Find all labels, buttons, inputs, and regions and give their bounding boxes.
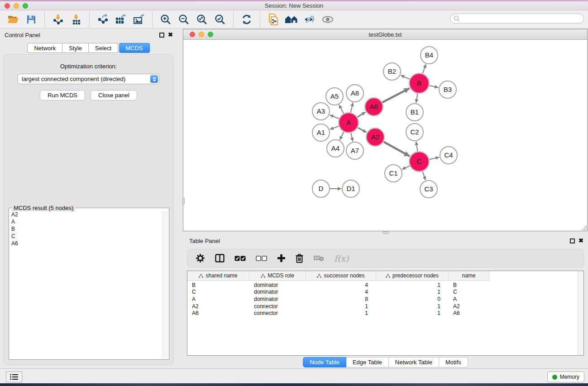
mcds-scrollbar[interactable] — [163, 211, 168, 359]
hide-selected-button[interactable] — [301, 12, 319, 27]
table-cell: C — [187, 289, 249, 295]
node-B4[interactable]: B4 — [421, 47, 438, 64]
zoom-out-button[interactable] — [175, 12, 193, 27]
delete-columns-button[interactable] — [296, 254, 303, 263]
search-input[interactable] — [460, 14, 583, 23]
export-network-button[interactable] — [94, 12, 112, 27]
zoom-in-button[interactable] — [157, 12, 175, 27]
column-header-label: name — [462, 272, 475, 279]
main-titlebar: Session: New Session — [0, 1, 588, 10]
table-row[interactable]: A2connector11A2 — [187, 303, 577, 310]
float-table-panel-icon[interactable] — [570, 238, 575, 243]
import-table-button[interactable] — [67, 12, 85, 27]
table-row[interactable]: A6connector11A6 — [187, 310, 577, 317]
node-A6[interactable]: A6 — [365, 98, 383, 116]
main-toolbar — [0, 10, 588, 29]
mcds-result-list[interactable]: A2ABCA6 — [10, 211, 163, 359]
delete-table-button[interactable] — [313, 255, 324, 262]
node-C3[interactable]: C3 — [420, 181, 437, 198]
import-network-button[interactable] — [49, 12, 67, 27]
mcds-result-item[interactable]: A2 — [11, 211, 163, 218]
criterion-select[interactable]: largest connected component (directed) — [18, 74, 159, 84]
task-history-button[interactable] — [6, 372, 22, 382]
function-builder-button[interactable]: f(x) — [334, 253, 349, 263]
node-B1[interactable]: B1 — [406, 104, 423, 121]
export-table-button[interactable] — [112, 12, 130, 27]
export-image-button[interactable] — [130, 12, 148, 27]
tab-motifs[interactable]: Motifs — [439, 357, 468, 367]
column-header-predecessor-nodes[interactable]: predecessor nodes — [376, 271, 449, 281]
zoom-selected-button[interactable] — [211, 12, 229, 27]
float-panel-icon[interactable] — [159, 33, 164, 38]
run-mcds-button[interactable]: Run MCDS — [40, 90, 85, 100]
import-table-icon — [71, 14, 81, 25]
deselect-all-columns-button[interactable] — [256, 256, 267, 261]
node-C4[interactable]: C4 — [440, 147, 457, 164]
show-all-button[interactable] — [319, 12, 337, 27]
node-label: B3 — [444, 86, 452, 93]
panel-divider-handle[interactable] — [182, 198, 185, 205]
tab-network-table[interactable]: Network Table — [389, 357, 439, 367]
table-row[interactable]: Adominator80A — [187, 295, 577, 303]
node-B2[interactable]: B2 — [383, 63, 401, 80]
open-session-button[interactable] — [4, 12, 22, 27]
zoom-fit-button[interactable] — [193, 12, 211, 27]
node-C1[interactable]: C1 — [385, 165, 402, 182]
duplicate-network-button[interactable] — [264, 12, 282, 27]
refresh-layout-button[interactable] — [238, 12, 256, 27]
tab-edge-table[interactable]: Edge Table — [346, 357, 389, 367]
node-label: D1 — [346, 185, 355, 192]
mcds-result-item[interactable]: A6 — [11, 240, 163, 247]
node-A1[interactable]: A1 — [312, 124, 330, 141]
column-header-name[interactable]: name — [449, 271, 489, 281]
table-cell: 4 — [306, 282, 376, 288]
table-row[interactable]: Bdominator41B — [187, 281, 577, 289]
node-C[interactable]: C — [409, 152, 429, 172]
node-B[interactable]: B — [409, 73, 429, 93]
table-row[interactable]: Cdominator41C — [187, 289, 577, 296]
column-header-shared-name[interactable]: shared name — [187, 271, 249, 281]
node-label: A8 — [351, 89, 359, 97]
resize-grip-icon[interactable] — [581, 225, 587, 230]
mcds-result-item[interactable]: B — [11, 225, 163, 233]
column-header-mcds-role[interactable]: MCDS role — [249, 271, 306, 281]
export-table-icon — [115, 14, 127, 25]
close-table-panel-icon[interactable]: ✖ — [578, 237, 583, 244]
node-A7[interactable]: A7 — [346, 142, 363, 159]
open-folder-icon — [7, 14, 19, 24]
tab-mcds[interactable]: MCDS — [119, 43, 149, 53]
delete-table-icon — [313, 255, 324, 262]
network-graph[interactable]: ABCA2A6A1A3A4A5A7A8B1B2B3B4C1C2C3C4DD1 — [183, 40, 587, 231]
tab-node-table[interactable]: Node Table — [303, 357, 346, 367]
refresh-icon — [241, 14, 252, 25]
save-session-button[interactable] — [22, 12, 40, 27]
node-A2[interactable]: A2 — [366, 128, 384, 146]
memory-button[interactable]: Memory — [547, 372, 584, 382]
node-A[interactable]: A — [339, 113, 359, 133]
close-panel-icon[interactable]: ✖ — [168, 31, 173, 38]
network-canvas[interactable]: ABCA2A6A1A3A4A5A7A8B1B2B3B4C1C2C3C4DD1 — [183, 40, 587, 231]
mcds-result-item[interactable]: A — [11, 218, 163, 225]
table-settings-button[interactable] — [196, 253, 205, 263]
home-view-icon-button[interactable] — [282, 12, 301, 27]
mcds-result-item[interactable]: C — [11, 233, 163, 240]
tab-style[interactable]: Style — [62, 43, 89, 53]
node-D1[interactable]: D1 — [342, 180, 359, 197]
show-columns-button[interactable] — [215, 254, 225, 262]
column-header-successor-nodes[interactable]: successor nodes — [306, 271, 376, 281]
search-field[interactable] — [450, 14, 584, 24]
tab-select[interactable]: Select — [89, 43, 118, 53]
node-A5[interactable]: A5 — [326, 88, 343, 105]
tab-network[interactable]: Network — [27, 43, 62, 53]
close-panel-button[interactable]: Close panel — [91, 90, 137, 100]
node-B3[interactable]: B3 — [439, 81, 456, 98]
node-table[interactable]: shared nameMCDS rolesuccessor nodesprede… — [187, 271, 584, 356]
node-A8[interactable]: A8 — [346, 85, 363, 102]
node-D[interactable]: D — [312, 180, 330, 197]
node-A3[interactable]: A3 — [312, 103, 330, 120]
table-scrollbar[interactable] — [578, 271, 583, 355]
add-column-button[interactable] — [277, 254, 286, 262]
node-C2[interactable]: C2 — [406, 124, 423, 141]
select-all-columns-button[interactable] — [234, 256, 246, 261]
node-A4[interactable]: A4 — [327, 140, 344, 157]
